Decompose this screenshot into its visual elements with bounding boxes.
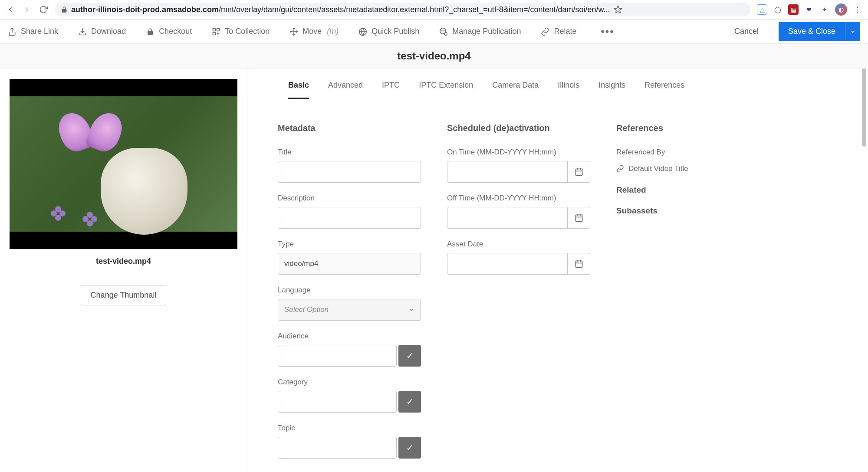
star-icon[interactable] (614, 5, 622, 14)
move-label: Move (302, 27, 322, 36)
category-confirm-button[interactable]: ✓ (398, 391, 421, 413)
ext-heart-icon[interactable]: ❤ (804, 4, 814, 15)
globe-icon (358, 27, 367, 36)
share-icon (8, 27, 16, 36)
audience-label: Audience (278, 332, 421, 341)
svg-rect-15 (575, 169, 582, 175)
type-label: Type (278, 240, 421, 249)
reload-button[interactable] (38, 4, 49, 15)
download-button[interactable]: Download (78, 27, 137, 36)
more-actions-button[interactable]: ••• (596, 26, 618, 38)
forward-button[interactable] (22, 4, 32, 15)
lock-icon (61, 6, 68, 13)
metadata-tabs: Basic Advanced IPTC IPTC Extension Camer… (273, 69, 868, 99)
tab-iptc[interactable]: IPTC (382, 81, 400, 99)
share-link-button[interactable]: Share Link (8, 27, 69, 36)
profile-avatar[interactable]: ◐ (835, 3, 847, 16)
asset-date-label: Asset Date (447, 240, 590, 249)
browser-menu-icon[interactable]: ⋮ (852, 4, 863, 15)
topic-confirm-button[interactable]: ✓ (398, 437, 421, 459)
off-time-calendar-button[interactable] (568, 207, 590, 229)
relate-label: Relate (554, 27, 576, 36)
globe-gear-icon (439, 27, 448, 36)
tab-camera-data[interactable]: Camera Data (492, 81, 539, 99)
tab-references[interactable]: References (644, 81, 684, 99)
svg-rect-5 (213, 32, 216, 35)
scrollbar[interactable] (862, 69, 866, 472)
manage-publication-label: Manage Publication (452, 27, 521, 36)
chevron-down-icon (408, 307, 414, 313)
ext-circle-icon[interactable]: ◯ (773, 4, 783, 15)
download-label: Download (91, 27, 126, 36)
extension-icons: △ ◯ ▦ ❤ ✦ ◐ ⋮ (757, 3, 863, 16)
off-time-input[interactable] (447, 207, 568, 229)
referenced-by-label: Referenced By (616, 148, 746, 157)
browser-chrome: author-illinois-doit-prod.amsadobe.com/m… (0, 0, 868, 20)
title-label: Title (278, 148, 421, 157)
cancel-button[interactable]: Cancel (726, 23, 767, 40)
ext-red-icon[interactable]: ▦ (788, 4, 799, 15)
language-select[interactable]: Select Option (278, 299, 421, 321)
referenced-by-item-label: Default Video Title (628, 164, 688, 173)
ext-triangle-icon[interactable]: △ (757, 4, 767, 15)
audience-confirm-button[interactable]: ✓ (398, 345, 421, 367)
subassets-heading: Subassets (616, 206, 746, 216)
page-title: test-video.mp4 (0, 44, 868, 69)
download-icon (78, 27, 87, 36)
schedule-heading: Scheduled (de)activation (447, 123, 590, 133)
on-time-input[interactable] (447, 161, 568, 183)
language-label: Language (278, 286, 421, 295)
asset-date-input[interactable] (447, 253, 568, 275)
svg-rect-3 (213, 28, 216, 31)
tab-basic[interactable]: Basic (288, 81, 309, 99)
move-button[interactable]: Move (m) (289, 27, 350, 36)
description-input[interactable] (278, 207, 421, 229)
referenced-by-item[interactable]: Default Video Title (616, 164, 746, 173)
title-input[interactable] (278, 161, 421, 183)
thumbnail-filename: test-video.mp4 (96, 249, 151, 274)
category-input[interactable] (278, 391, 397, 413)
tab-advanced[interactable]: Advanced (328, 81, 363, 99)
description-label: Description (278, 194, 421, 203)
audience-input[interactable] (278, 345, 397, 367)
off-time-label: Off Time (MM-DD-YYYY HH:mm) (447, 194, 590, 203)
topic-input[interactable] (278, 437, 397, 459)
link-icon (541, 27, 549, 36)
on-time-calendar-button[interactable] (568, 161, 590, 183)
lock-icon (146, 27, 155, 36)
references-heading: References (616, 123, 746, 133)
manage-publication-button[interactable]: Manage Publication (439, 27, 532, 36)
on-time-label: On Time (MM-DD-YYYY HH:mm) (447, 148, 590, 157)
category-label: Category (278, 378, 421, 387)
svg-rect-23 (575, 261, 582, 267)
checkout-label: Checkout (159, 27, 192, 36)
quick-publish-button[interactable]: Quick Publish (358, 27, 431, 36)
svg-rect-4 (217, 28, 220, 31)
change-thumbnail-button[interactable]: Change Thumbnail (81, 285, 167, 305)
tab-insights[interactable]: Insights (598, 81, 625, 99)
video-thumbnail[interactable] (10, 79, 237, 249)
preview-panel: test-video.mp4 Change Thumbnail (0, 69, 247, 472)
save-close-dropdown[interactable] (845, 22, 860, 41)
extensions-icon[interactable]: ✦ (819, 4, 830, 15)
svg-marker-0 (614, 6, 621, 13)
collection-icon (212, 27, 220, 36)
tab-iptc-extension[interactable]: IPTC Extension (419, 81, 473, 99)
svg-rect-19 (575, 215, 582, 221)
tab-illinois[interactable]: Illinois (558, 81, 579, 99)
metadata-heading: Metadata (278, 123, 421, 133)
save-close-button[interactable]: Save & Close (779, 22, 845, 41)
move-hint: (m) (327, 27, 339, 36)
to-collection-label: To Collection (225, 27, 270, 36)
action-bar: Share Link Download Checkout To Collecti… (0, 20, 868, 44)
related-heading: Related (616, 185, 746, 195)
checkout-button[interactable]: Checkout (146, 27, 203, 36)
asset-date-calendar-button[interactable] (568, 253, 590, 275)
url-bar[interactable]: author-illinois-doit-prod.amsadobe.com/m… (55, 3, 751, 16)
url-text: author-illinois-doit-prod.amsadobe.com/m… (71, 5, 610, 14)
link-icon (616, 165, 624, 173)
to-collection-button[interactable]: To Collection (212, 27, 281, 36)
relate-button[interactable]: Relate (541, 27, 588, 36)
type-input[interactable] (278, 253, 421, 275)
back-button[interactable] (5, 4, 16, 15)
